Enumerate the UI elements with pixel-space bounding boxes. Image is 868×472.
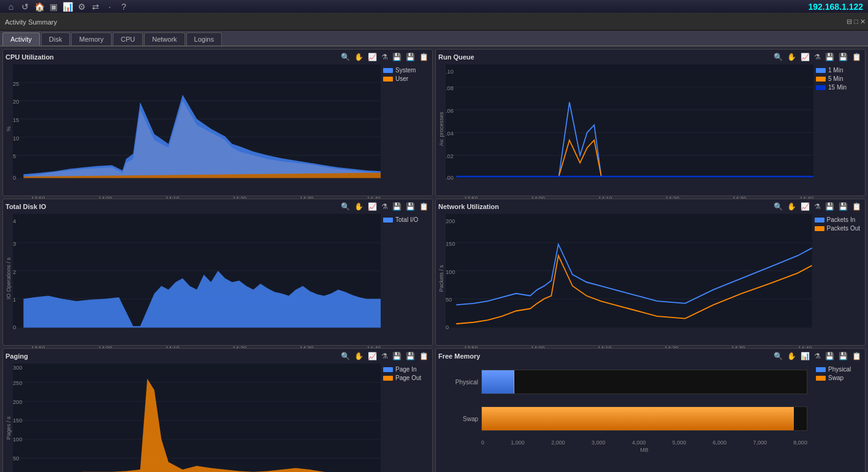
cpu-system-color [383,68,393,73]
paging-export-icon[interactable]: 📋 [418,351,430,361]
net-in-label: Packets In [827,216,856,223]
refresh-icon[interactable]: ↺ [19,1,31,13]
chart-icon[interactable]: 📊 [61,1,74,13]
paging-line-icon[interactable]: 📈 [367,351,378,361]
paging-in-label: Page In [395,366,416,373]
paging-save-icon[interactable]: 💾 [391,351,403,361]
paging-legend-in: Page In [383,366,427,373]
svg-text:0: 0 [13,324,16,330]
swap-bar-label: Swap [441,416,478,422]
rq-panel-header: Run Queue 🔍 ✋ 📈 ⚗ 💾 💾 📋 [438,52,862,62]
swap-bar-fill [482,407,794,430]
svg-text:25: 25 [13,80,19,86]
rq-zoom-icon[interactable]: 🔍 [772,52,784,62]
disk-export-icon[interactable]: 📋 [418,202,430,211]
window-controls[interactable]: ⊟ □ ✕ [847,18,866,26]
cpu-legend-user: User [383,75,427,82]
disk-filter-icon[interactable]: ⚗ [380,202,389,211]
mem-tick-1: 1,000 [511,440,525,446]
paging-chart-area: Pages / s 0 50 100 150 200 [6,364,430,472]
line-icon[interactable]: 📈 [367,52,378,62]
mem-bar-icon[interactable]: 📊 [799,351,811,361]
net-chart-area: Packets / s 0 50 100 150 200 [438,214,862,343]
home2-icon[interactable]: 🏠 [33,1,45,13]
rq-y-label: Av. processes [438,64,444,193]
rq-line-icon[interactable]: 📈 [799,52,811,62]
settings-icon[interactable]: ⚙ [75,1,88,13]
net-hand-icon[interactable]: ✋ [786,202,798,211]
paging-panel-title: Paging [6,352,28,360]
arrows-icon[interactable]: ⇄ [89,1,102,13]
mem-panel-title: Free Memory [438,352,480,360]
rq-save-icon[interactable]: 💾 [824,52,836,62]
tab-cpu[interactable]: CPU [113,32,143,45]
screen-icon[interactable]: ▣ [47,1,59,13]
rq-filter-icon[interactable]: ⚗ [813,52,822,62]
tab-disk[interactable]: Disk [41,32,70,45]
disk-line-icon[interactable]: 📈 [367,202,378,211]
net-in-color [815,218,824,223]
mem-tick-5: 5,000 [672,440,687,446]
disk-legend: Total I/O [381,214,430,343]
mem-hand-icon[interactable]: ✋ [786,351,798,361]
net-save2-icon[interactable]: 💾 [837,202,849,211]
mem-save-icon[interactable]: 💾 [824,351,836,361]
disk-save2-icon[interactable]: 💾 [405,202,416,211]
rq-save2-icon[interactable]: 💾 [837,52,849,62]
cpu-panel-header: CPU Utilization 🔍 ✋ 📈 ⚗ 💾 💾 📋 [6,52,430,62]
mem-chart-with-legend: Physical Swap 0 [438,364,862,472]
physical-bar-row: Physical [481,370,807,394]
disk-hand-icon[interactable]: ✋ [353,202,365,211]
net-legend: Packets In Packets Out [812,214,862,343]
tab-network[interactable]: Network [144,32,185,45]
mem-tick-2: 2,000 [551,440,565,446]
zoom-icon[interactable]: 🔍 [340,52,351,62]
filter-icon[interactable]: ⚗ [380,52,389,62]
export-icon[interactable]: 📋 [418,52,430,62]
swap-bar-row: Swap [481,406,807,431]
mem-save2-icon[interactable]: 💾 [837,351,849,361]
paging-hand-icon[interactable]: ✋ [353,351,365,361]
paging-save2-icon[interactable]: 💾 [405,351,416,361]
rq-hand-icon[interactable]: ✋ [786,52,798,62]
mem-tick-6: 6,000 [713,440,727,446]
tab-activity[interactable]: Activity [2,32,40,45]
paging-out-label: Page Out [395,375,421,381]
svg-text:.06: .06 [446,107,454,114]
hand-icon[interactable]: ✋ [353,52,365,62]
save2-icon[interactable]: 💾 [405,52,416,62]
svg-text:.10: .10 [446,68,454,75]
net-save-icon[interactable]: 💾 [824,202,836,211]
disk-save-icon[interactable]: 💾 [391,202,403,211]
main-content: CPU Utilization 🔍 ✋ 📈 ⚗ 💾 💾 📋 % [0,47,868,472]
cpu-chart-area: % [6,64,430,193]
tab-memory[interactable]: Memory [71,32,112,45]
net-panel-header: Network Utilization 🔍 ✋ 📈 ⚗ 💾 💾 📋 [438,202,862,211]
net-export-icon[interactable]: 📋 [851,202,862,211]
save-icon[interactable]: 💾 [391,52,403,62]
paging-zoom-icon[interactable]: 🔍 [340,351,351,361]
paging-chart-with-legend: 0 50 100 150 200 250 300 13:50 [13,364,430,472]
disk-y-label: IO Operations / s [6,214,12,343]
net-filter-icon[interactable]: ⚗ [813,202,822,211]
net-zoom-icon[interactable]: 🔍 [772,202,784,211]
rq-export-icon[interactable]: 📋 [851,52,862,62]
tab-logins[interactable]: Logins [186,32,222,45]
disk-zoom-icon[interactable]: 🔍 [340,202,351,211]
cpu-panel-title: CPU Utilization [6,53,54,61]
mem-zoom-icon[interactable]: 🔍 [772,351,784,361]
disk-panel-title: Total Disk IO [6,203,46,210]
svg-text:200: 200 [13,398,22,405]
net-line-icon[interactable]: 📈 [799,202,811,211]
cpu-panel-tools: 🔍 ✋ 📈 ⚗ 💾 💾 📋 [340,52,430,62]
mem-export-icon[interactable]: 📋 [851,351,862,361]
home-icon[interactable]: ⌂ [5,1,17,13]
mem-filter-icon[interactable]: ⚗ [813,351,822,361]
paging-filter-icon[interactable]: ⚗ [380,351,389,361]
separator: · [104,1,116,13]
svg-text:15: 15 [13,116,19,123]
run-queue-panel: Run Queue 🔍 ✋ 📈 ⚗ 💾 💾 📋 Av. processes [435,49,866,196]
svg-text:150: 150 [13,417,22,424]
help-icon[interactable]: ? [118,1,130,13]
mem-chart-area: Physical Swap 0 [438,364,862,472]
